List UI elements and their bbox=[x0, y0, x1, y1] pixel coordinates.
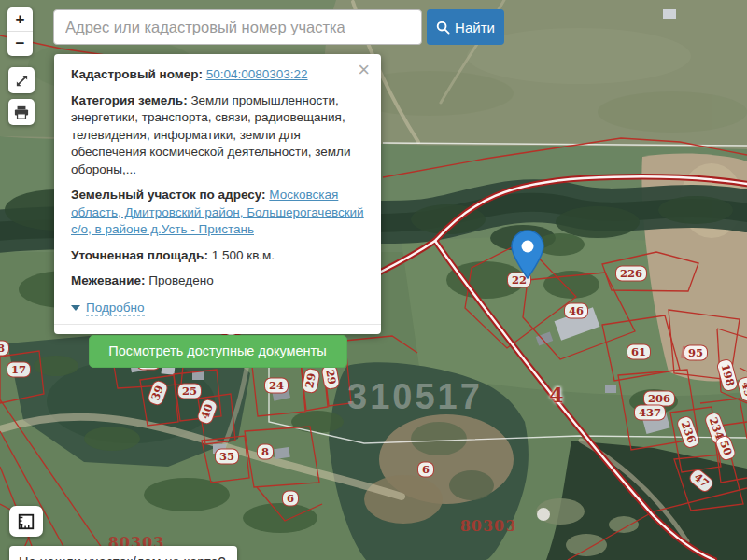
printer-icon bbox=[14, 105, 29, 119]
popup-divider bbox=[54, 324, 381, 325]
area-row: Уточненная площадь: 1 500 кв.м. bbox=[71, 247, 364, 265]
expand-arrows-icon bbox=[15, 74, 29, 88]
parcel-info-popup: × Кадастровый номер: 50:04:0080303:22 Ка… bbox=[54, 54, 381, 334]
not-found-text: Не нашли участок/дом на карте? bbox=[19, 554, 226, 560]
details-toggle[interactable]: Подробно bbox=[71, 301, 145, 316]
print-button[interactable] bbox=[8, 99, 35, 125]
zoom-out-button[interactable]: − bbox=[7, 32, 33, 56]
search-input[interactable] bbox=[53, 9, 422, 45]
survey-label: Межевание: bbox=[71, 273, 146, 287]
zoom-control: + − bbox=[7, 7, 33, 56]
address-row: Земельный участок по адресу: Московская … bbox=[71, 187, 364, 239]
survey-value: Проведено bbox=[148, 273, 213, 287]
cadastral-number-label: Кадастровый номер: bbox=[71, 67, 203, 81]
cadastral-number-row: Кадастровый номер: 50:04:0080303:22 bbox=[71, 66, 364, 84]
zoom-in-button[interactable]: + bbox=[7, 7, 33, 32]
search-button-label: Найти bbox=[455, 20, 495, 35]
cadastral-number-link[interactable]: 50:04:0080303:22 bbox=[206, 67, 308, 81]
ruler-icon bbox=[17, 512, 35, 531]
view-documents-button[interactable]: Посмотреть доступные документы bbox=[89, 335, 347, 368]
area-label: Уточненная площадь: bbox=[71, 248, 208, 262]
chevron-down-icon bbox=[71, 305, 80, 311]
search-icon bbox=[436, 21, 450, 35]
details-toggle-label: Подробно bbox=[86, 301, 145, 316]
map-canvas[interactable]: 2222646619519849206437236234504781737392… bbox=[0, 0, 747, 560]
map-marker-pin[interactable] bbox=[511, 230, 544, 279]
search-button[interactable]: Найти bbox=[427, 9, 504, 45]
area-value: 1 500 кв.м. bbox=[212, 248, 275, 262]
close-icon[interactable]: × bbox=[358, 60, 370, 80]
address-label: Земельный участок по адресу: bbox=[71, 188, 266, 202]
fullscreen-button[interactable] bbox=[8, 67, 35, 93]
category-label: Категория земель: bbox=[71, 93, 188, 107]
survey-row: Межевание: Проведено bbox=[71, 273, 364, 290]
measure-button[interactable] bbox=[9, 506, 43, 537]
not-found-panel[interactable]: Не нашли участок/дом на карте? bbox=[9, 546, 237, 560]
category-row: Категория земель: Земли промышленности, … bbox=[71, 92, 364, 179]
